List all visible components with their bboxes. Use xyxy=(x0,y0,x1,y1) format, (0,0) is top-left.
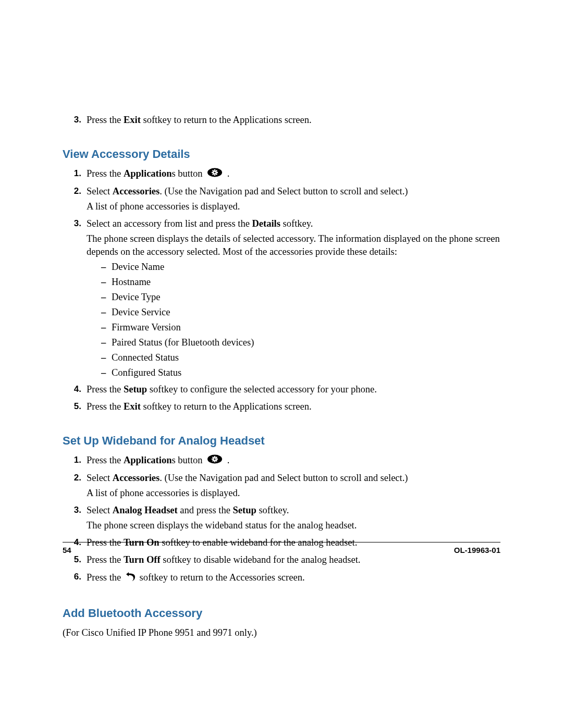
step-body: Select Analog Headset and press the Setu… xyxy=(87,504,500,534)
step-body: Select an accessory from list and press … xyxy=(87,217,500,381)
text: Select xyxy=(87,473,113,483)
section-heading-add-bluetooth: Add Bluetooth Accessory xyxy=(63,606,500,621)
step-row: 2. Select Accessories. (Use the Navigati… xyxy=(63,472,500,502)
step-row: 1. Press the Applications button xyxy=(63,454,500,470)
text: Press the xyxy=(87,401,124,412)
step-row: 3. Select Analog Headset and press the S… xyxy=(63,504,500,534)
text: softkey to return to the Accessories scr… xyxy=(140,572,305,583)
text: A list of phone accessories is displayed… xyxy=(87,487,500,500)
text: . xyxy=(225,455,229,465)
text: Press the xyxy=(87,572,124,583)
text: Select xyxy=(87,186,113,196)
applications-gear-icon xyxy=(207,168,223,181)
back-arrow-icon xyxy=(125,571,136,586)
list-item: Hostname xyxy=(101,276,500,289)
text: s button xyxy=(172,455,202,465)
softkey-name: Exit xyxy=(124,115,141,125)
step-number: 4. xyxy=(63,383,87,398)
list-item: Connected Status xyxy=(101,351,500,364)
document-page: 3. Press the Exit softkey to return to t… xyxy=(0,0,563,728)
step-row: 3. Press the Exit softkey to return to t… xyxy=(63,114,500,129)
step-row: 6. Press the softkey to return to the Ac… xyxy=(63,571,500,588)
softkey-name: Exit xyxy=(124,401,141,412)
menu-item-name: Accessories xyxy=(113,473,160,483)
step-body: Press the Setup softkey to configure the… xyxy=(87,383,500,398)
softkey-name: Setup xyxy=(233,505,256,515)
step-number: 5. xyxy=(63,553,87,569)
step-body: Press the Exit softkey to return to the … xyxy=(87,400,500,415)
text: The phone screen displays the details of… xyxy=(87,232,500,258)
text: Press the xyxy=(87,115,124,125)
text: softkey to configure the selected access… xyxy=(147,384,377,394)
step-row: 4. Press the Setup softkey to configure … xyxy=(63,383,500,398)
text: A list of phone accessories is displayed… xyxy=(87,200,500,213)
step-number: 1. xyxy=(63,167,87,183)
text: Press the xyxy=(87,168,124,179)
step-body: Select Accessories. (Use the Navigation … xyxy=(87,472,500,502)
text: Select an accessory from list and press … xyxy=(87,218,252,229)
text: softkey to disable wideband for the anal… xyxy=(161,554,361,565)
body-content: 3. Press the Exit softkey to return to t… xyxy=(63,114,500,639)
detail-list: Device Name Hostname Device Type Device … xyxy=(101,261,500,379)
step-row: 1. Press the Applications button xyxy=(63,167,500,183)
softkey-name: Turn Off xyxy=(124,554,161,565)
step-row: 5. Press the Turn Off softkey to disable… xyxy=(63,553,500,569)
text: softkey to return to the Applications sc… xyxy=(141,115,312,125)
list-item: Configured Status xyxy=(101,366,500,379)
step-row: 2. Select Accessories. (Use the Navigati… xyxy=(63,185,500,215)
step-body: Press the Turn Off softkey to disable wi… xyxy=(87,553,500,569)
button-name: Application xyxy=(124,168,172,179)
step-body: Select Accessories. (Use the Navigation … xyxy=(87,185,500,215)
text: softkey to return to the Applications sc… xyxy=(141,401,312,412)
menu-item-name: Accessories xyxy=(113,186,160,196)
text: . xyxy=(225,168,229,179)
text: and press the xyxy=(178,505,233,515)
list-item: Paired Status (for Bluetooth devices) xyxy=(101,336,500,349)
document-id: OL-19963-01 xyxy=(454,546,500,554)
text: The phone screen displays the wideband s… xyxy=(87,519,500,532)
step-number: 3. xyxy=(63,114,87,129)
step-body: Press the Applications button xyxy=(87,454,500,470)
step-number: 2. xyxy=(63,185,87,215)
text: s button xyxy=(172,168,202,179)
list-item: Device Name xyxy=(101,261,500,274)
svg-point-13 xyxy=(214,459,216,460)
text: Press the xyxy=(87,455,124,465)
text: Press the xyxy=(87,554,124,565)
applications-gear-icon xyxy=(207,454,223,467)
button-name: Application xyxy=(124,455,172,465)
section-heading-setup-wideband: Set Up Wideband for Analog Headset xyxy=(63,433,500,449)
softkey-name: Details xyxy=(252,218,280,229)
step-number: 2. xyxy=(63,472,87,502)
list-item: Device Type xyxy=(101,291,500,304)
list-item: Firmware Version xyxy=(101,321,500,334)
text: . (Use the Navigation pad and Select but… xyxy=(160,186,408,196)
note-text: (For Cisco Unified IP Phone 9951 and 997… xyxy=(63,626,500,639)
step-body: Press the softkey to return to the Acces… xyxy=(87,571,500,588)
step-body: Press the Applications button xyxy=(87,167,500,183)
section-heading-view-accessory-details: View Accessory Details xyxy=(63,146,500,162)
text: Press the xyxy=(87,384,124,394)
text: Select xyxy=(87,505,113,515)
step-row: 5. Press the Exit softkey to return to t… xyxy=(63,400,500,415)
step-number: 5. xyxy=(63,400,87,415)
text: softkey. xyxy=(256,505,289,515)
step-number: 6. xyxy=(63,571,87,588)
softkey-name: Setup xyxy=(124,384,147,394)
text: . (Use the Navigation pad and Select but… xyxy=(160,473,408,483)
step-number: 3. xyxy=(63,217,87,381)
page-footer: 54 OL-19963-01 xyxy=(63,542,500,554)
svg-point-6 xyxy=(214,171,216,173)
menu-item-name: Analog Headset xyxy=(113,505,178,515)
step-number: 3. xyxy=(63,504,87,534)
text: softkey. xyxy=(280,218,313,229)
step-number: 1. xyxy=(63,454,87,470)
step-row: 3. Select an accessory from list and pre… xyxy=(63,217,500,381)
page-number: 54 xyxy=(63,546,71,554)
step-body: Press the Exit softkey to return to the … xyxy=(87,114,500,129)
list-item: Device Service xyxy=(101,306,500,319)
